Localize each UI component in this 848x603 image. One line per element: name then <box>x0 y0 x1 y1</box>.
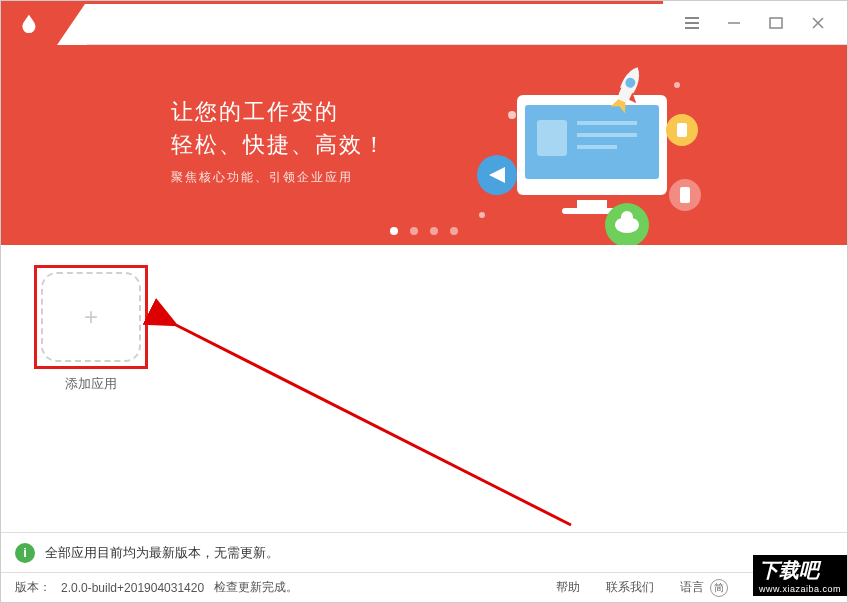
version-value: 2.0.0-build+201904031420 <box>61 581 204 595</box>
svg-point-25 <box>674 82 680 88</box>
svg-point-24 <box>508 111 516 119</box>
tab-slant-decoration <box>57 1 87 45</box>
language-label: 语言 <box>680 580 704 594</box>
menu-button[interactable] <box>683 14 701 32</box>
tab-strip <box>87 1 663 45</box>
minimize-button[interactable] <box>725 14 743 32</box>
version-label: 版本： <box>15 579 51 596</box>
carousel-dot-3[interactable] <box>430 227 438 235</box>
status-message: 全部应用目前均为最新版本，无需更新。 <box>45 544 279 562</box>
svg-point-19 <box>621 211 633 223</box>
add-app-tile: + 添加应用 <box>31 265 151 393</box>
language-badge: 简 <box>710 579 728 597</box>
hero-banner: 让您的工作变的 轻松、快捷、高效！ 聚焦核心功能、引领企业应用 <box>1 45 847 245</box>
svg-point-26 <box>479 212 485 218</box>
svg-rect-23 <box>680 187 690 203</box>
watermark-url: www.xiazaiba.com <box>759 584 841 594</box>
hamburger-icon <box>684 16 700 30</box>
banner-subtitle: 聚焦核心功能、引领企业应用 <box>171 169 387 186</box>
close-icon <box>811 16 825 30</box>
help-link[interactable]: 帮助 <box>556 579 580 596</box>
add-app-label: 添加应用 <box>31 375 151 393</box>
maximize-button[interactable] <box>767 14 785 32</box>
carousel-dot-2[interactable] <box>410 227 418 235</box>
add-app-highlight-box: + <box>34 265 148 369</box>
language-link[interactable]: 语言 简 <box>680 579 727 597</box>
carousel-dot-1[interactable] <box>390 227 398 235</box>
minimize-icon <box>727 16 741 30</box>
svg-line-27 <box>176 325 571 525</box>
banner-title-line1: 让您的工作变的 <box>171 95 387 128</box>
footer-bar: 版本： 2.0.0-build+201904031420 检查更新完成。 帮助 … <box>1 572 847 602</box>
svg-rect-21 <box>677 123 687 137</box>
svg-rect-4 <box>770 18 782 28</box>
banner-title-line2: 轻松、快捷、高效！ <box>171 128 387 161</box>
watermark-title: 下载吧 <box>759 557 841 584</box>
close-button[interactable] <box>809 14 827 32</box>
plus-icon: + <box>84 303 98 331</box>
maximize-icon <box>769 16 783 30</box>
carousel-dot-4[interactable] <box>450 227 458 235</box>
droplet-icon <box>18 12 40 34</box>
contact-link[interactable]: 联系我们 <box>606 579 654 596</box>
content-area: + 添加应用 <box>1 245 847 532</box>
window-controls <box>663 1 847 45</box>
status-bar: i 全部应用目前均为最新版本，无需更新。 <box>1 532 847 572</box>
watermark: 下载吧 www.xiazaiba.com <box>753 555 847 596</box>
carousel-dots <box>390 227 458 235</box>
status-ok-icon: i <box>15 543 35 563</box>
titlebar <box>1 1 847 45</box>
update-status: 检查更新完成。 <box>214 579 298 596</box>
app-window: 让您的工作变的 轻松、快捷、高效！ 聚焦核心功能、引领企业应用 <box>0 0 848 603</box>
svg-rect-13 <box>577 200 607 208</box>
monitor-rocket-icon <box>467 65 707 245</box>
annotation-arrow <box>141 295 601 555</box>
banner-illustration <box>467 65 707 245</box>
banner-text: 让您的工作变的 轻松、快捷、高效！ 聚焦核心功能、引领企业应用 <box>171 95 387 186</box>
app-logo-tab[interactable] <box>1 1 57 45</box>
svg-rect-9 <box>537 120 567 156</box>
add-app-button[interactable]: + <box>41 272 141 362</box>
